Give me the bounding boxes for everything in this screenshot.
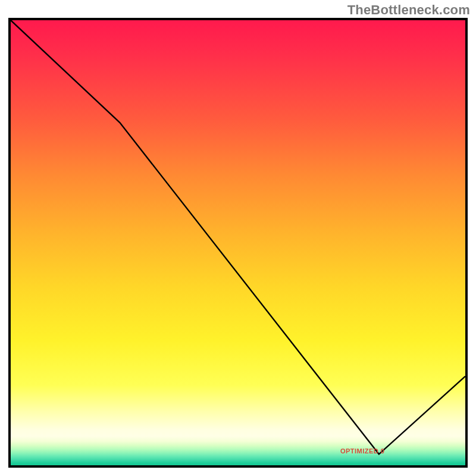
curve-layer: [11, 20, 465, 465]
bottleneck-curve: [11, 20, 465, 454]
chart-canvas: TheBottleneck.com OPTIMIZED 0: [0, 0, 476, 476]
optimized-annotation: OPTIMIZED 0: [340, 447, 385, 455]
watermark-text: TheBottleneck.com: [347, 2, 470, 18]
plot-area: OPTIMIZED 0: [8, 18, 468, 468]
